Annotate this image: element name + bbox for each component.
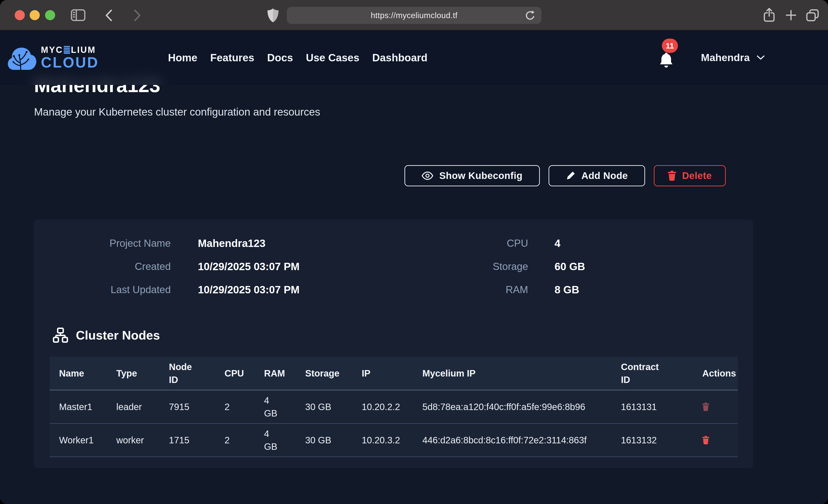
col-cpu: CPU	[224, 357, 264, 390]
forward-icon[interactable]	[133, 9, 141, 22]
show-kubeconfig-label: Show Kubeconfig	[439, 170, 522, 181]
detail-value: 10/29/2025 03:07 PM	[198, 284, 299, 296]
show-kubeconfig-button[interactable]: Show Kubeconfig	[405, 165, 540, 186]
cloud-logo-icon	[7, 43, 37, 72]
chevron-down-icon	[756, 55, 765, 60]
cell-ip: 10.20.3.2	[362, 424, 422, 456]
col-type: Type	[116, 357, 169, 390]
url-text: https://myceliumcloud.tf	[371, 11, 458, 20]
detail-value: 10/29/2025 03:07 PM	[198, 260, 299, 273]
tab-overview-icon[interactable]	[806, 9, 819, 22]
cell-ram: 4 GB	[264, 424, 305, 456]
detail-value: Mahendra123	[198, 237, 265, 249]
page-subtitle: Manage your Kubernetes cluster configura…	[34, 106, 320, 118]
table-header-row: Name Type Node ID CPU RAM Storage IP Myc…	[50, 357, 738, 390]
col-ram: RAM	[264, 357, 305, 390]
network-nodes-icon	[53, 328, 68, 343]
nav-links: Home Features Docs Use Cases Dashboard	[168, 30, 427, 85]
reload-icon[interactable]	[525, 10, 535, 22]
cell-name: Master1	[50, 390, 116, 423]
add-node-button[interactable]: Add Node	[548, 165, 645, 186]
site-navbar: MYC LIUM CLOUD	[0, 30, 828, 85]
nav-link-dashboard[interactable]: Dashboard	[372, 51, 427, 64]
detail-label: Project Name	[67, 238, 171, 249]
detail-created: Created 10/29/2025 03:07 PM	[67, 255, 299, 278]
trash-icon	[702, 403, 709, 411]
bell-icon	[659, 52, 675, 68]
page-viewport: Mahendra123 Manage your Kubernetes clust…	[0, 30, 828, 504]
notification-badge: 11	[662, 39, 678, 53]
add-node-label: Add Node	[581, 170, 628, 181]
cluster-toolbar: Show Kubeconfig Add Node	[405, 165, 726, 186]
details-right-column: CPU 4 Storage 60 GB RAM 8 GB	[424, 232, 585, 301]
user-name: Mahendra	[701, 52, 750, 64]
details-left-column: Project Name Mahendra123 Created 10/29/2…	[67, 232, 299, 301]
back-icon[interactable]	[105, 9, 113, 22]
detail-label: CPU	[424, 238, 528, 249]
nav-link-features[interactable]: Features	[210, 51, 254, 64]
brand-word-mycelium: MYC LIUM	[41, 45, 99, 54]
col-storage: Storage	[305, 357, 362, 390]
detail-last-updated: Last Updated 10/29/2025 03:07 PM	[67, 278, 299, 301]
privacy-shield-icon[interactable]	[267, 8, 279, 23]
share-icon[interactable]	[763, 8, 775, 22]
cell-ip: 10.20.2.2	[362, 390, 422, 423]
col-name: Name	[50, 357, 116, 390]
detail-ram: RAM 8 GB	[424, 278, 585, 301]
brand-text: MYC LIUM CLOUD	[41, 45, 99, 70]
delete-label: Delete	[682, 170, 712, 181]
cluster-nodes-table: Name Type Node ID CPU RAM Storage IP Myc…	[50, 357, 738, 457]
cluster-nodes-title: Cluster Nodes	[76, 328, 160, 342]
new-tab-icon[interactable]	[785, 10, 796, 21]
zoom-window-button[interactable]	[45, 10, 55, 20]
cell-actions	[692, 424, 738, 456]
table-row-master1: Master1 leader 7915 2 4 GB 30 GB 10.20.2…	[50, 390, 738, 424]
col-mycelium-ip: Mycelium IP	[422, 357, 621, 390]
col-node-id: Node ID	[169, 357, 224, 390]
detail-cpu: CPU 4	[424, 232, 585, 255]
delete-cluster-button[interactable]: Delete	[654, 165, 726, 186]
col-ip: IP	[362, 357, 422, 390]
pencil-icon	[566, 171, 575, 180]
detail-value: 4	[554, 237, 561, 249]
cluster-nodes-heading: Cluster Nodes	[53, 328, 160, 343]
address-bar[interactable]: https://myceliumcloud.tf	[287, 7, 541, 24]
close-window-button[interactable]	[15, 10, 25, 20]
cell-cpu: 2	[224, 390, 264, 423]
col-actions: Actions	[692, 357, 738, 390]
browser-titlebar: https://myceliumcloud.tf	[0, 0, 828, 30]
brand-e-icon	[64, 46, 70, 54]
minimize-window-button[interactable]	[30, 10, 40, 20]
detail-value: 60 GB	[554, 260, 585, 273]
browser-window: https://myceliumcloud.tf	[0, 0, 828, 504]
cell-mycelium-ip: 446:d2a6:8bcd:8c16:ff0f:72e2:3114:863f	[422, 424, 621, 456]
cluster-details-card: Project Name Mahendra123 Created 10/29/2…	[34, 220, 753, 468]
detail-label: Last Updated	[67, 284, 171, 295]
cell-type: worker	[116, 424, 169, 456]
detail-label: Storage	[424, 261, 528, 272]
cell-mycelium-ip: 5d8:78ea:a120:f40c:ff0f:a5fe:99e6:8b96	[422, 390, 621, 423]
eye-icon	[422, 172, 433, 180]
trash-icon	[702, 436, 709, 445]
trash-icon	[668, 171, 676, 181]
cell-contract-id: 1613132	[621, 424, 692, 456]
nav-link-home[interactable]: Home	[168, 51, 197, 64]
cell-node-id: 1715	[169, 424, 224, 456]
cell-type: leader	[116, 390, 169, 423]
nav-link-docs[interactable]: Docs	[267, 51, 293, 64]
brand-logo[interactable]: MYC LIUM CLOUD	[7, 30, 99, 85]
cell-storage: 30 GB	[305, 424, 362, 456]
detail-storage: Storage 60 GB	[424, 255, 585, 278]
user-menu[interactable]: Mahendra	[701, 30, 765, 85]
notifications-button[interactable]: 11	[659, 52, 675, 72]
detail-label: RAM	[424, 284, 528, 295]
detail-project-name: Project Name Mahendra123	[67, 232, 299, 255]
delete-node-button[interactable]	[702, 436, 709, 445]
cell-contract-id: 1613131	[621, 390, 692, 423]
sidebar-toggle-icon[interactable]	[71, 9, 85, 21]
nav-link-use-cases[interactable]: Use Cases	[306, 51, 360, 64]
cell-actions	[692, 390, 738, 423]
cell-cpu: 2	[224, 424, 264, 456]
delete-node-button[interactable]	[702, 403, 709, 411]
detail-label: Created	[67, 261, 171, 272]
